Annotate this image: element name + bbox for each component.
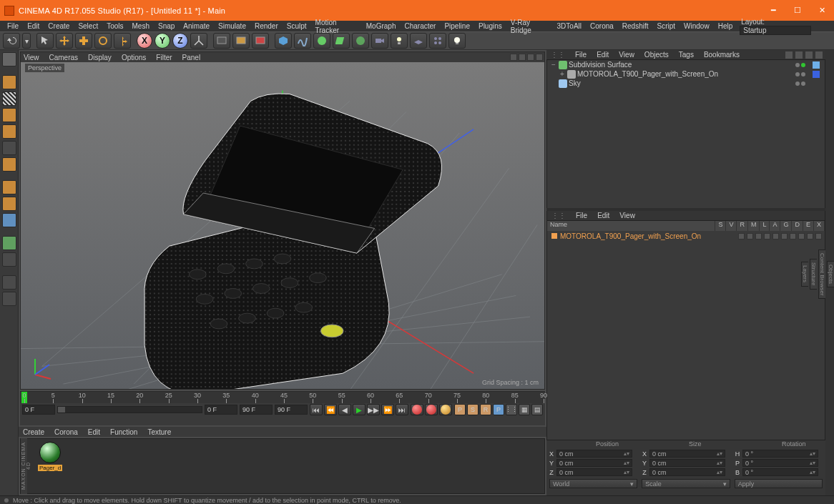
next-key-button[interactable]: ⏩ bbox=[381, 404, 394, 415]
last-tool[interactable] bbox=[114, 33, 131, 49]
mat-menu-edit[interactable]: Edit bbox=[88, 428, 100, 436]
render-dot[interactable] bbox=[801, 81, 805, 86]
om-menu-tags[interactable]: Tags bbox=[679, 51, 694, 59]
vp-menu-options[interactable]: Options bbox=[122, 54, 146, 61]
expand-toggle[interactable]: + bbox=[559, 70, 566, 78]
mat-menu-create[interactable]: Create bbox=[23, 428, 44, 436]
take-column[interactable]: R bbox=[737, 221, 748, 231]
menu-tools[interactable]: Tools bbox=[102, 22, 127, 30]
take-flag-icon[interactable] bbox=[798, 233, 805, 239]
menu-animate[interactable]: Animate bbox=[179, 22, 214, 30]
goto-start-button[interactable]: ⏮ bbox=[310, 404, 323, 415]
coord-rot-field[interactable]: 0 °▴▾ bbox=[742, 468, 818, 476]
take-column[interactable]: E bbox=[803, 221, 814, 231]
vp-menu-filter[interactable]: Filter bbox=[156, 54, 172, 61]
key-param-toggle[interactable]: P bbox=[493, 404, 504, 415]
tk-menu-view[interactable]: View bbox=[619, 212, 635, 219]
menu-simulate[interactable]: Simulate bbox=[214, 22, 250, 30]
rotate-tool[interactable] bbox=[94, 33, 112, 49]
coord-size-field[interactable]: 0 cm▴▾ bbox=[649, 459, 725, 467]
om-filter-icon[interactable] bbox=[795, 51, 803, 59]
render-dot[interactable] bbox=[801, 72, 805, 76]
model-mode-button[interactable] bbox=[2, 75, 16, 89]
om-menu-bookmarks[interactable]: Bookmarks bbox=[704, 51, 740, 59]
undo-button[interactable] bbox=[3, 33, 20, 49]
axis-lock-z[interactable]: Z bbox=[172, 33, 188, 49]
autokey-button[interactable] bbox=[425, 404, 438, 415]
light-button[interactable] bbox=[391, 33, 408, 49]
time-current-field[interactable] bbox=[205, 405, 237, 415]
visibility-dot[interactable] bbox=[795, 72, 800, 76]
edge-mode-button[interactable] bbox=[2, 197, 16, 211]
polygon-mode-button[interactable] bbox=[2, 213, 16, 227]
axis-lock-y[interactable]: Y bbox=[154, 33, 170, 49]
om-eye-icon[interactable] bbox=[805, 51, 813, 59]
om-menu-view[interactable]: View bbox=[619, 51, 634, 59]
coord-system-button[interactable] bbox=[190, 33, 207, 49]
om-menu-edit[interactable]: Edit bbox=[597, 51, 609, 59]
menu-mesh[interactable]: Mesh bbox=[128, 22, 154, 30]
layout-dropdown[interactable] bbox=[740, 26, 811, 35]
vp-nav-zoom-icon[interactable] bbox=[519, 54, 526, 61]
play-button[interactable]: ▶ bbox=[353, 404, 366, 415]
render-dot[interactable] bbox=[801, 63, 805, 67]
vp-menu-display[interactable]: Display bbox=[88, 54, 112, 61]
take-flag-icon[interactable] bbox=[764, 233, 770, 239]
take-column[interactable]: M bbox=[748, 221, 760, 231]
tree-row[interactable]: Sky bbox=[547, 79, 825, 88]
menu-edit[interactable]: Edit bbox=[23, 22, 44, 30]
key-rot-toggle[interactable]: R bbox=[480, 404, 491, 415]
key-pos-toggle[interactable]: P bbox=[454, 404, 466, 415]
menu-pipeline[interactable]: Pipeline bbox=[440, 22, 474, 30]
take-flag-icon[interactable] bbox=[781, 233, 788, 239]
take-column[interactable]: Name bbox=[547, 221, 715, 231]
move-tool[interactable] bbox=[56, 33, 73, 49]
coord-size-field[interactable]: 0 cm▴▾ bbox=[649, 450, 725, 458]
coord-mode-dropdown[interactable]: Scale▾ bbox=[642, 479, 730, 488]
expand-toggle[interactable]: − bbox=[550, 61, 557, 69]
visibility-dot[interactable] bbox=[795, 63, 800, 67]
menu-help[interactable]: Help bbox=[714, 22, 737, 30]
bulb-button[interactable] bbox=[448, 33, 466, 49]
coord-rot-field[interactable]: 0 °▴▾ bbox=[742, 450, 818, 458]
tk-menu-edit[interactable]: Edit bbox=[597, 212, 609, 219]
coord-pos-field[interactable]: 0 cm▴▾ bbox=[556, 468, 632, 476]
record-button[interactable] bbox=[411, 404, 423, 415]
menu-motion-tracker[interactable]: Motion Tracker bbox=[311, 19, 362, 34]
time-start-field[interactable] bbox=[22, 405, 55, 415]
menu-sculpt[interactable]: Sculpt bbox=[283, 22, 311, 30]
tree-row[interactable]: + MOTOROLA_T900_Pager_with_Screen_On bbox=[547, 69, 825, 79]
key-pla-toggle[interactable]: ⋮⋮ bbox=[506, 404, 517, 415]
deformer-button[interactable] bbox=[333, 33, 350, 49]
texture-mode-button[interactable] bbox=[2, 92, 16, 106]
dock-tab-layers[interactable]: Layers bbox=[801, 262, 808, 286]
coord-space-dropdown[interactable]: World▾ bbox=[549, 479, 637, 488]
menu-render[interactable]: Render bbox=[250, 22, 283, 30]
menu-snap[interactable]: Snap bbox=[154, 22, 179, 30]
select-tool[interactable] bbox=[36, 33, 54, 49]
take-flag-icon[interactable] bbox=[747, 233, 753, 239]
take-flag-icon[interactable] bbox=[738, 233, 745, 239]
menu-mograph[interactable]: MoGraph bbox=[362, 22, 401, 30]
dock-tab-content[interactable]: Content Browser bbox=[818, 249, 825, 300]
tk-menu-file[interactable]: File bbox=[576, 212, 587, 219]
take-column[interactable]: L bbox=[760, 221, 770, 231]
generator-button[interactable] bbox=[313, 33, 330, 49]
axis-mode-button[interactable] bbox=[2, 141, 16, 155]
visibility-dot[interactable] bbox=[795, 81, 800, 86]
object-mode-button[interactable] bbox=[2, 124, 16, 139]
coord-pos-field[interactable]: 0 cm▴▾ bbox=[556, 450, 632, 458]
om-menu-file[interactable]: File bbox=[575, 51, 587, 59]
key-more-button[interactable]: ▤ bbox=[531, 404, 543, 415]
menu-create[interactable]: Create bbox=[44, 22, 74, 30]
key-opts-button[interactable]: ▦ bbox=[519, 404, 530, 415]
time-range-slider[interactable] bbox=[57, 406, 202, 413]
render-view-button[interactable] bbox=[213, 33, 230, 49]
snap-button[interactable] bbox=[2, 236, 16, 250]
render-settings-button[interactable] bbox=[252, 33, 269, 49]
key-scale-toggle[interactable]: S bbox=[467, 404, 479, 415]
take-flag-icon[interactable] bbox=[755, 233, 762, 239]
take-flag-icon[interactable] bbox=[815, 233, 822, 239]
take-flag-icon[interactable] bbox=[807, 233, 813, 239]
workplane-mode-button[interactable] bbox=[2, 108, 16, 122]
